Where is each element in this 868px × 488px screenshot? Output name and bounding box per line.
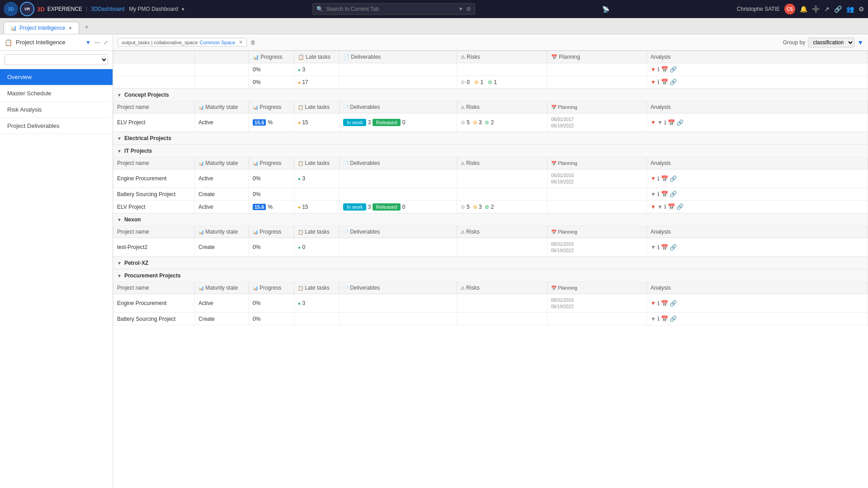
funnel-gray-5-1[interactable]: ▼ [651, 316, 656, 322]
sidebar-item-master-schedule[interactable]: Master Schedule [0, 85, 113, 102]
sidebar-item-overview[interactable]: Overview [0, 69, 113, 85]
funnel-down-icon[interactable]: ▼ [651, 66, 656, 73]
lnk-icon-2-2[interactable]: 🔗 [676, 203, 684, 210]
info-icon2[interactable]: ℹ [657, 79, 660, 85]
expand-icon[interactable]: ⤢ [104, 39, 108, 46]
share-icon[interactable]: ↗ [824, 5, 830, 13]
tab-add-button[interactable]: + [80, 20, 93, 34]
row-2-1: Battery Sourcing Project Create 0% ▼ ℹ 📅… [113, 188, 868, 201]
user-avatar[interactable]: CS [784, 4, 795, 14]
cell-late-2-1 [294, 188, 340, 201]
chevron-icon[interactable]: ▼ [117, 136, 122, 141]
info-icon-5-1[interactable]: ℹ [657, 315, 660, 322]
filter-bar: output_tasks | collaborative_space Commo… [113, 34, 868, 51]
notification-bell[interactable]: 🔔 [800, 5, 807, 13]
col-header-deliverables: 📄 Deliverables [340, 51, 457, 63]
cal-icon-2-0[interactable]: 📅 [661, 175, 668, 182]
brand-separator: | [86, 6, 87, 12]
filter-active-icon[interactable]: ▼ [85, 39, 91, 46]
info-icon[interactable]: ℹ [657, 66, 660, 73]
chevron-icon[interactable]: ▼ [117, 149, 122, 154]
funnel-down-icon2[interactable]: ▼ [651, 79, 656, 85]
lnk-icon-5-1[interactable]: 🔗 [670, 315, 677, 322]
cal-icon-0-0[interactable]: 📅 [668, 119, 675, 126]
sh-progress-2: 📊 Progress [249, 157, 294, 169]
cell-progress-0-0: 15.6% [249, 113, 294, 132]
cell-risk-5-0 [457, 294, 547, 313]
connection-icon[interactable]: 📡 [602, 6, 609, 13]
cell-del-2-2: In work 3 Released 0 [340, 201, 457, 213]
settings-icon[interactable]: ⚙ [859, 5, 864, 13]
connect-icon[interactable]: 🔗 [834, 5, 842, 13]
sidebar-label-overview: Overview [7, 74, 32, 80]
tab-icon: 📊 [10, 25, 17, 31]
group-by-row: Group by classification ▼ [783, 38, 863, 47]
filter-funnel-icon[interactable]: ▼ [857, 39, 863, 46]
section-header-2: ▼ IT Projects [113, 145, 868, 157]
top-row1-risk [457, 63, 547, 76]
chevron-icon[interactable]: ▼ [117, 261, 122, 266]
col-header-maturity [195, 51, 249, 63]
link-icon2[interactable]: 🔗 [670, 79, 677, 85]
funnel-red-5-0[interactable]: ▼ [651, 300, 656, 306]
funnel-red-2-0[interactable]: ▼ [651, 175, 656, 182]
lnk-icon-2-0[interactable]: 🔗 [670, 175, 677, 182]
tab-project-intelligence[interactable]: 📊 Project Intelligence ▼ [4, 22, 79, 34]
sidebar-item-risk-analysis[interactable]: Risk Analysis [0, 102, 113, 118]
cal-icon-3-0[interactable]: 📅 [661, 244, 668, 251]
info-icon-2-1[interactable]: ℹ [657, 191, 660, 197]
info-icon-3-0[interactable]: ℹ [657, 244, 660, 251]
filter-toggle-icon[interactable]: ⚙ [466, 6, 471, 12]
info-icon-0-0[interactable]: ℹ [664, 119, 666, 126]
info-icon-2-0[interactable]: ℹ [657, 175, 660, 182]
info-icon-5-0[interactable]: ℹ [657, 300, 660, 307]
sh-maturity-3: 📊 Maturity state [195, 226, 249, 238]
funnel-gray-2-2[interactable]: ▼ [657, 204, 663, 210]
sh-planning-2: 📅 Planning [547, 157, 647, 169]
chevron-icon[interactable]: ▼ [117, 217, 122, 222]
tab-dropdown[interactable]: ▼ [68, 26, 72, 31]
funnel-gray-0-0[interactable]: ▼ [657, 119, 663, 126]
minimize-icon[interactable]: — [94, 39, 100, 46]
cell-name-5-1: Battery Sourcing Project [113, 313, 195, 325]
add-icon[interactable]: ➕ [812, 5, 820, 13]
sidebar-item-project-deliverables[interactable]: Project Deliverables [0, 118, 113, 134]
top-row-1: 0% ● 3 ▼ ℹ 📅 🔗 [113, 63, 868, 76]
search-input[interactable] [326, 6, 455, 12]
cal-icon-5-1[interactable]: 📅 [661, 315, 668, 322]
lnk-icon-3-0[interactable]: 🔗 [670, 244, 677, 251]
sh-maturity-0: 📊 Maturity state [195, 101, 249, 113]
people-icon[interactable]: 👥 [846, 5, 854, 13]
cell-late-5-0: ● 3 [294, 294, 340, 313]
cell-risk-2-1 [457, 188, 547, 201]
lnk-icon-5-0[interactable]: 🔗 [670, 300, 677, 307]
cell-name-2-2: ELV Project [113, 201, 195, 213]
funnel-gray-2-1[interactable]: ▼ [651, 191, 656, 197]
section-header-5: ▼ Procurement Projects [113, 270, 868, 282]
filter-tag: output_tasks | collaborative_space Commo… [118, 38, 247, 47]
funnel-red-0-0[interactable]: ▼ [651, 119, 656, 126]
funnel-gray-3-0[interactable]: ▼ [651, 244, 656, 250]
lnk-icon-0-0[interactable]: 🔗 [676, 119, 684, 126]
info-icon-2-2[interactable]: ℹ [664, 203, 666, 210]
group-by-select[interactable]: classification [808, 38, 854, 47]
cal-icon-2-2[interactable]: 📅 [668, 203, 675, 210]
chevron-icon[interactable]: ▼ [117, 93, 122, 98]
section-title-3: ▼ Nexon [113, 214, 868, 226]
chevron-icon[interactable]: ▼ [117, 273, 122, 278]
lnk-icon-2-1[interactable]: 🔗 [670, 191, 677, 197]
filter-trash-icon[interactable]: 🗑 [250, 39, 256, 46]
calendar-icon2[interactable]: 📅 [661, 79, 668, 85]
funnel-red-2-2[interactable]: ▼ [651, 204, 656, 210]
calendar-icon[interactable]: 📅 [661, 66, 668, 73]
cal-icon-2-1[interactable]: 📅 [661, 191, 668, 197]
filter-close-button[interactable]: ✕ [239, 39, 243, 45]
filter-icon[interactable]: ▼ [458, 6, 463, 12]
content-area: 📋 Project Intelligence ▼ — ⤢ Overview Ma… [0, 34, 868, 488]
cell-late-2-2: ● 15 [294, 201, 340, 213]
cell-name-2-0: Engine Procurement [113, 169, 195, 188]
nav-filter-select[interactable] [5, 54, 108, 65]
link-icon[interactable]: 🔗 [670, 66, 677, 73]
dropdown-arrow-brand[interactable]: ▼ [181, 7, 185, 12]
cal-icon-5-0[interactable]: 📅 [661, 300, 668, 307]
